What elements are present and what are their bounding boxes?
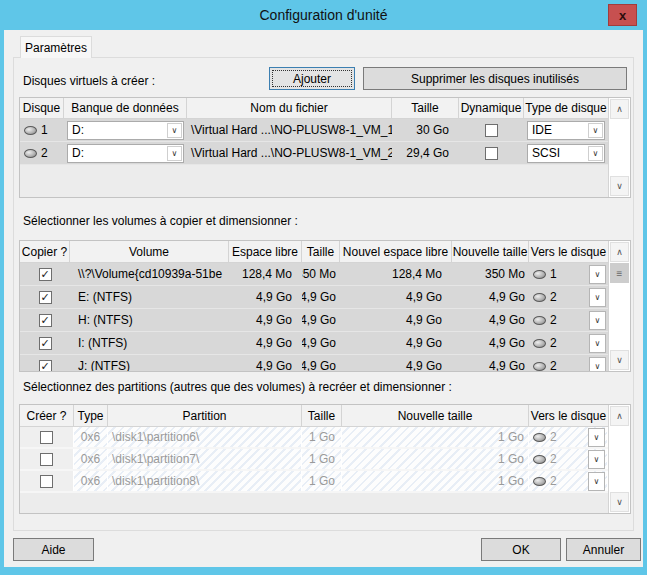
table-row[interactable]: ✓ H: (NTFS) 4,9 Go 4,9 Go 4,9 Go 4,9 Go … [20,309,608,332]
col-header-vers-le-disque[interactable]: Vers le disque [529,405,608,426]
create-checkbox[interactable] [40,453,53,466]
chevron-down-icon: ∨ [595,316,601,325]
table-row[interactable]: ✓ E: (NTFS) 4,9 Go 4,9 Go 4,9 Go 4,9 Go … [20,286,608,309]
chevron-down-icon[interactable]: ∨ [167,146,182,161]
table-row[interactable]: ✓ I: (NTFS) 4,9 Go 4,9 Go 4,9 Go 4,9 Go … [20,332,608,355]
chevron-down-icon[interactable]: ∨ [167,123,182,138]
col-header-type-disque[interactable]: Type de disque [524,98,608,118]
col-header-disque[interactable]: Disque [20,98,64,118]
col-header-creer[interactable]: Créer ? [20,405,74,426]
col-header-banque[interactable]: Banque de données [64,98,187,118]
size-cell: 4,9 Go [302,332,340,354]
col-header-nouvelle-taille[interactable]: Nouvelle taille [452,241,529,262]
new-size-cell: 4,9 Go [452,355,529,371]
chevron-down-icon: ∨ [595,293,601,302]
copy-checkbox[interactable]: ✓ [39,337,52,350]
volume-cell: \\?\Volume{cd10939a-51be [70,263,229,285]
scroll-up-button[interactable]: ∧ [610,242,629,262]
partition-cell: \disk1\partition8\ [108,471,302,491]
scrollbar[interactable]: ∧ ∨ [608,98,630,197]
col-header-vers-le-disque[interactable]: Vers le disque [529,241,608,262]
target-disk-dropdown[interactable]: ∨ [589,334,606,353]
chevron-down-icon[interactable]: ∨ [588,146,603,161]
disk-icon [533,362,546,371]
type-cell: 0x6 [74,427,108,447]
chevron-down-icon: ∨ [616,355,623,365]
volume-cell: I: (NTFS) [70,332,229,354]
dynamic-checkbox[interactable] [485,147,498,160]
volume-cell: H: (NTFS) [70,309,229,331]
virtual-disks-header-row: Disque Banque de données Nom du fichier … [20,98,608,119]
datastore-combobox[interactable]: D:∨ [67,144,184,163]
free-space-cell: 4,9 Go [229,309,302,331]
remove-unused-disks-button[interactable]: Supprimer les disques inutilisés [363,67,627,90]
cancel-button[interactable]: Annuler [566,538,641,561]
add-button[interactable]: Ajouter [269,67,355,90]
table-row[interactable]: ✓ J: (NTFS) 4,9 Go 4,9 Go 4,9 Go 4,9 Go … [20,355,608,371]
col-header-copier[interactable]: Copier ? [20,241,70,262]
col-header-nouvel-espace-libre[interactable]: Nouvel espace libre [340,241,452,262]
scroll-down-button[interactable]: ∨ [610,492,629,512]
table-row[interactable]: 0x6 \disk1\partition6\ 1 Go 1 Go 2∨ [20,427,608,449]
close-icon: x [619,8,626,23]
title-bar: Configuration d'unité x [0,0,647,30]
chevron-down-icon[interactable]: ∨ [588,123,603,138]
col-header-dynamique[interactable]: Dynamique [459,98,524,118]
copy-checkbox[interactable]: ✓ [39,360,52,372]
target-disk-dropdown[interactable]: ∨ [589,357,606,372]
copy-checkbox[interactable]: ✓ [39,268,52,281]
disk-type-combobox[interactable]: IDE∨ [527,121,605,140]
scroll-down-button[interactable]: ∨ [610,350,629,370]
col-header-nouvelle-taille[interactable]: Nouvelle taille [342,405,529,426]
col-header-partition[interactable]: Partition [108,405,302,426]
scrollbar[interactable]: ∧ ∨ [608,405,630,513]
target-disk-dropdown[interactable]: ∨ [589,265,606,284]
chevron-up-icon: ∧ [616,411,623,421]
new-free-space-cell: 128,4 Mo [340,263,452,285]
table-row[interactable]: 1 D:∨ \Virtual Hard ...\NO-PLUSW8-1_VM_1… [20,119,608,142]
col-header-taille[interactable]: Taille [392,98,459,118]
disk-icon [24,149,37,158]
close-button[interactable]: x [608,4,637,26]
col-header-nom-fichier[interactable]: Nom du fichier [187,98,392,118]
free-space-cell: 128,4 Mo [229,263,302,285]
datastore-combobox[interactable]: D:∨ [67,121,184,140]
size-cell: 4,9 Go [302,355,340,371]
ok-button[interactable]: OK [481,538,561,561]
tab-parametres[interactable]: Paramètres [20,36,92,58]
col-header-type[interactable]: Type [74,405,108,426]
disk-type-combobox[interactable]: SCSI∨ [527,144,605,163]
target-disk-dropdown[interactable]: ∨ [588,472,605,491]
table-row[interactable]: 0x6 \disk1\partition8\ 1 Go 1 Go 2∨ [20,471,608,493]
target-disk-dropdown[interactable]: ∨ [588,450,605,469]
chevron-down-icon: ∨ [594,455,600,464]
col-header-espace-libre[interactable]: Espace libre [229,241,302,262]
col-header-volume[interactable]: Volume [70,241,229,262]
scroll-up-button[interactable]: ∧ [610,99,629,119]
create-checkbox[interactable] [40,475,53,488]
col-header-taille[interactable]: Taille [302,405,342,426]
volumes-label: Sélectionner les volumes à copier et dim… [23,214,298,228]
scrollbar-thumb[interactable]: ≡ [610,263,629,283]
create-checkbox[interactable] [40,431,53,444]
col-header-taille[interactable]: Taille [302,241,340,262]
target-disk-dropdown[interactable]: ∨ [589,288,606,307]
table-row[interactable]: 2 D:∨ \Virtual Hard ...\NO-PLUSW8-1_VM_2… [20,142,608,165]
copy-checkbox[interactable]: ✓ [39,291,52,304]
free-space-cell: 4,9 Go [229,355,302,371]
scrollbar[interactable]: ∧ ≡ ∨ [608,241,630,371]
disk-icon [533,339,546,348]
scroll-down-button[interactable]: ∨ [610,176,629,196]
size-cell: 4,9 Go [302,309,340,331]
table-row[interactable]: 0x6 \disk1\partition7\ 1 Go 1 Go 2∨ [20,449,608,471]
virtual-disks-label: Disques virtuels à créer : [23,74,155,88]
dynamic-checkbox[interactable] [485,124,498,137]
copy-checkbox[interactable]: ✓ [39,314,52,327]
disk-icon [24,126,37,135]
table-row[interactable]: ✓ \\?\Volume{cd10939a-51be 128,4 Mo 350 … [20,263,608,286]
target-disk-dropdown[interactable]: ∨ [589,311,606,330]
scroll-up-button[interactable]: ∧ [610,406,629,426]
help-button[interactable]: Aide [13,538,94,561]
target-disk-dropdown[interactable]: ∨ [588,428,605,447]
new-size-cell: 4,9 Go [452,332,529,354]
